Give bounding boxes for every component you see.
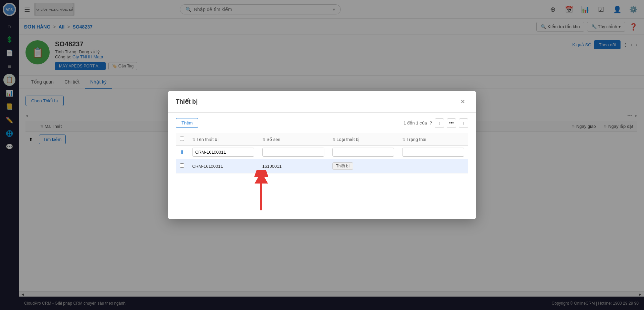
col-header-checkbox bbox=[176, 133, 188, 146]
col-header-loai-thiet-bi: ⇅ Loại thiết bị bbox=[328, 133, 398, 146]
row-loai-thiet-bi: Thiết bị bbox=[328, 159, 398, 173]
search-cell-seri bbox=[258, 146, 328, 159]
search-cell-ten bbox=[188, 146, 258, 159]
row-checkbox-cell bbox=[176, 159, 188, 173]
col-header-ten-thiet-bi: ⇅ Tên thiết bị bbox=[188, 133, 258, 146]
modal-table-header-row: ⇅ Tên thiết bị ⇅ Số seri ⇅ Loại thiết bị bbox=[176, 133, 468, 146]
table-row: CRM-16100011 16100011 Thiết bị bbox=[176, 159, 468, 173]
modal-toolbar-right: 1 đến 1 của ? ‹ ••• › bbox=[404, 118, 468, 128]
select-all-checkbox[interactable] bbox=[180, 137, 184, 141]
col-header-so-seri: ⇅ Số seri bbox=[258, 133, 328, 146]
modal-overlay: Thiết bị × Thêm 1 đến 1 của ? ‹ ••• bbox=[0, 0, 644, 310]
modal-table-head: ⇅ Tên thiết bị ⇅ Số seri ⇅ Loại thiết bị bbox=[176, 133, 468, 146]
row-ten-thiet-bi[interactable]: CRM-16100011 bbox=[188, 159, 258, 173]
pagination-question: ? bbox=[430, 120, 432, 125]
three-dots-icon: ••• bbox=[449, 120, 454, 125]
them-button[interactable]: Thêm bbox=[176, 118, 198, 128]
row-so-seri: 16100011 bbox=[258, 159, 328, 173]
pagination-next-button[interactable]: › bbox=[459, 118, 468, 128]
svg-marker-6 bbox=[255, 172, 268, 184]
upload-icon-modal[interactable]: ⬆ bbox=[180, 149, 184, 155]
modal-dialog: Thiết bị × Thêm 1 đến 1 của ? ‹ ••• bbox=[168, 91, 476, 219]
sort-icon-ten: ⇅ bbox=[192, 138, 195, 142]
arrow-container bbox=[176, 173, 468, 214]
sort-icon-loai: ⇅ bbox=[332, 138, 335, 142]
modal-header: Thiết bị × bbox=[168, 91, 476, 113]
modal-close-button[interactable]: × bbox=[458, 96, 468, 107]
search-cell-loai bbox=[328, 146, 398, 159]
sort-icon-seri: ⇅ bbox=[262, 138, 265, 142]
search-ten-input[interactable] bbox=[192, 148, 254, 157]
modal-toolbar-left: Thêm bbox=[176, 118, 198, 128]
modal-table: ⇅ Tên thiết bị ⇅ Số seri ⇅ Loại thiết bị bbox=[176, 133, 468, 173]
red-arrow-icon bbox=[248, 170, 275, 214]
search-trang-thai-input[interactable] bbox=[402, 148, 464, 157]
search-row-upload[interactable]: ⬆ bbox=[176, 146, 188, 159]
modal-title: Thiết bị bbox=[176, 98, 198, 105]
pagination-prev-button[interactable]: ‹ bbox=[435, 118, 444, 128]
more-options-button[interactable]: ••• bbox=[447, 118, 456, 128]
modal-body: Thêm 1 đến 1 của ? ‹ ••• › bbox=[168, 113, 476, 219]
row-trang-thai bbox=[398, 159, 468, 173]
search-loai-input[interactable] bbox=[332, 148, 394, 157]
pagination-text: 1 đến 1 của bbox=[404, 120, 427, 125]
sort-icon-trang-thai: ⇅ bbox=[402, 138, 405, 142]
modal-search-row: ⬆ bbox=[176, 146, 468, 159]
loai-badge: Thiết bị bbox=[332, 162, 353, 170]
col-header-trang-thai: ⇅ Trạng thái bbox=[398, 133, 468, 146]
modal-table-body: ⬆ bbox=[176, 146, 468, 173]
search-seri-input[interactable] bbox=[262, 148, 324, 157]
modal-toolbar: Thêm 1 đến 1 của ? ‹ ••• › bbox=[176, 118, 468, 128]
search-cell-trang-thai bbox=[398, 146, 468, 159]
row-checkbox[interactable] bbox=[180, 163, 184, 168]
